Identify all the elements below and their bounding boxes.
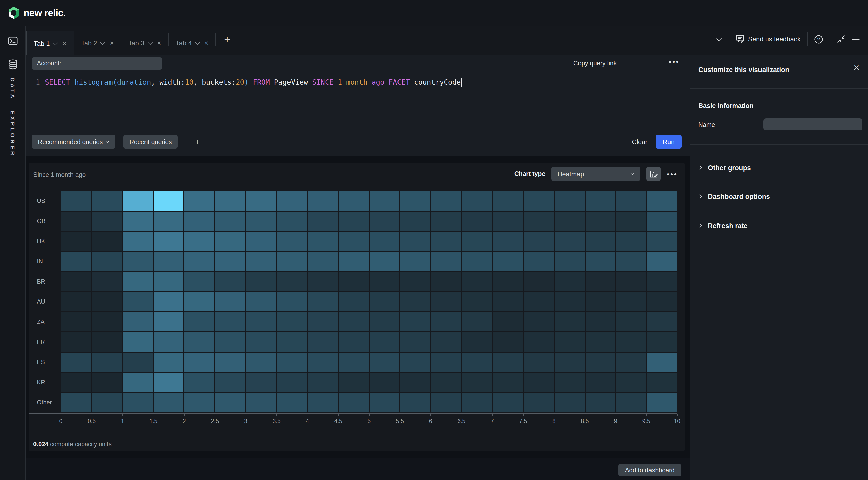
heatmap-cell[interactable] [277, 332, 307, 352]
heatmap-cell[interactable] [462, 212, 492, 231]
heatmap-cell[interactable] [154, 232, 184, 251]
heatmap-cell[interactable] [462, 232, 492, 251]
add-to-dashboard-button[interactable]: Add to dashboard [619, 464, 681, 477]
heatmap-cell[interactable] [647, 212, 677, 231]
heatmap-cell[interactable] [61, 353, 91, 372]
heatmap-cell[interactable] [555, 212, 585, 231]
heatmap-cell[interactable] [462, 393, 492, 412]
add-query-button[interactable]: + [195, 136, 200, 147]
recommended-queries-button[interactable]: Recommended queries [32, 135, 116, 149]
heatmap-cell[interactable] [617, 232, 647, 251]
heatmap-cell[interactable] [308, 212, 338, 231]
heatmap-cell[interactable] [462, 272, 492, 291]
heatmap-cell[interactable] [493, 212, 523, 231]
heatmap-cell[interactable] [154, 292, 184, 311]
heatmap-cell[interactable] [123, 252, 153, 271]
heatmap-cell[interactable] [462, 191, 492, 211]
heatmap-cell[interactable] [370, 191, 400, 211]
heatmap-cell[interactable] [215, 353, 245, 372]
heatmap-cell[interactable] [524, 191, 554, 211]
heatmap-cell[interactable] [308, 353, 338, 372]
heatmap-cell[interactable] [246, 332, 276, 352]
heatmap-cell[interactable] [431, 272, 461, 291]
heatmap-cell[interactable] [493, 393, 523, 412]
heatmap-cell[interactable] [246, 191, 276, 211]
add-tab-button[interactable]: + [216, 33, 239, 46]
editor-more-button[interactable]: ••• [669, 57, 680, 66]
heatmap-cell[interactable] [401, 353, 431, 372]
heatmap-cell[interactable] [184, 272, 214, 291]
heatmap-cell[interactable] [184, 252, 214, 271]
heatmap-cell[interactable] [555, 232, 585, 251]
heatmap-cell[interactable] [123, 272, 153, 291]
heatmap-cell[interactable] [246, 312, 276, 331]
heatmap-cell[interactable] [339, 212, 369, 231]
heatmap-cell[interactable] [339, 373, 369, 392]
tab-menu-chevron-icon[interactable] [148, 39, 153, 44]
heatmap-cell[interactable] [184, 212, 214, 231]
heatmap-cell[interactable] [493, 332, 523, 352]
heatmap-cell[interactable] [184, 393, 214, 412]
tab-menu-chevron-icon[interactable] [195, 39, 200, 44]
heatmap-cell[interactable] [92, 373, 122, 392]
heatmap-cell[interactable] [555, 332, 585, 352]
heatmap-cell[interactable] [617, 353, 647, 372]
heatmap-cell[interactable] [586, 212, 616, 231]
heatmap-cell[interactable] [431, 252, 461, 271]
heatmap-cell[interactable] [401, 292, 431, 311]
heatmap-cell[interactable] [277, 252, 307, 271]
heatmap-cell[interactable] [524, 292, 554, 311]
heatmap-cell[interactable] [246, 272, 276, 291]
heatmap-cell[interactable] [401, 272, 431, 291]
heatmap-cell[interactable] [370, 393, 400, 412]
heatmap-cell[interactable] [246, 212, 276, 231]
heatmap-cell[interactable] [184, 353, 214, 372]
heatmap-cell[interactable] [617, 191, 647, 211]
heatmap-cell[interactable] [370, 232, 400, 251]
heatmap-cell[interactable] [184, 292, 214, 311]
heatmap-cell[interactable] [123, 312, 153, 331]
heatmap-cell[interactable] [215, 373, 245, 392]
heatmap-cell[interactable] [493, 232, 523, 251]
heatmap-cell[interactable] [586, 332, 616, 352]
heatmap-cell[interactable] [401, 191, 431, 211]
heatmap-cell[interactable] [617, 252, 647, 271]
heatmap-cell[interactable] [154, 191, 184, 211]
heatmap-cell[interactable] [647, 332, 677, 352]
heatmap-cell[interactable] [123, 212, 153, 231]
heatmap-cell[interactable] [154, 373, 184, 392]
tab-close-icon[interactable]: × [205, 39, 209, 46]
heatmap-cell[interactable] [493, 292, 523, 311]
tab-close-icon[interactable]: × [110, 39, 114, 46]
heatmap-cell[interactable] [184, 191, 214, 211]
heatmap-cell[interactable] [215, 332, 245, 352]
heatmap-cell[interactable] [277, 312, 307, 331]
heatmap-cell[interactable] [431, 393, 461, 412]
heatmap-cell[interactable] [493, 191, 523, 211]
account-selector[interactable]: Account: [32, 57, 162, 69]
heatmap-cell[interactable] [308, 191, 338, 211]
heatmap-cell[interactable] [617, 312, 647, 331]
collapse-builder-chevron-icon[interactable] [716, 35, 722, 41]
heatmap-cell[interactable] [617, 292, 647, 311]
other-groups-section[interactable]: Other groups [690, 159, 868, 177]
heatmap-cell[interactable] [524, 212, 554, 231]
heatmap-cell[interactable] [246, 292, 276, 311]
heatmap-cell[interactable] [401, 332, 431, 352]
nrql-code-line[interactable]: 1 SELECT histogram(duration, width:10, b… [26, 77, 690, 88]
heatmap-cell[interactable] [401, 393, 431, 412]
heatmap-cell[interactable] [462, 252, 492, 271]
heatmap-cell[interactable] [215, 272, 245, 291]
heatmap-cell[interactable] [555, 292, 585, 311]
heatmap-cell[interactable] [555, 393, 585, 412]
recent-queries-button[interactable]: Recent queries [124, 135, 178, 149]
tab-1[interactable]: Tab 1 × [26, 31, 74, 55]
heatmap-cell[interactable] [215, 212, 245, 231]
heatmap-cell[interactable] [586, 373, 616, 392]
heatmap-cell[interactable] [431, 232, 461, 251]
heatmap-cell[interactable] [493, 252, 523, 271]
heatmap-cell[interactable] [277, 393, 307, 412]
name-input[interactable] [763, 118, 863, 130]
heatmap-cell[interactable] [277, 353, 307, 372]
heatmap-cell[interactable] [555, 272, 585, 291]
